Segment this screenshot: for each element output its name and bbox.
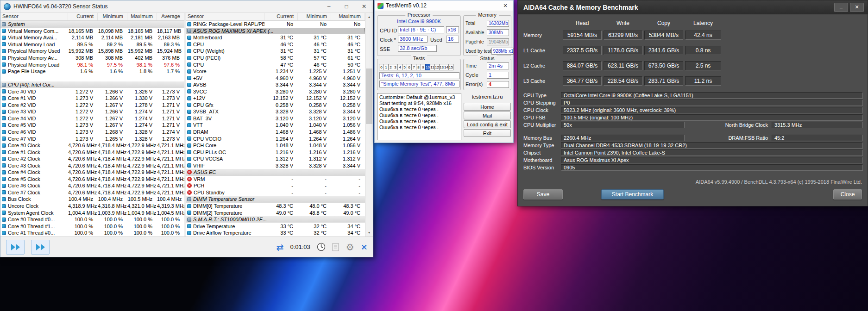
save-button[interactable]: Save [523, 189, 563, 199]
sensor-row[interactable]: Physical Memory Av...308 MB308 MB402 MB3… [0, 55, 184, 62]
sensor-row[interactable]: +5V4.960 V4.960 V4.960 V [186, 75, 365, 81]
forward-arrow-button[interactable] [31, 240, 50, 255]
sensor-row[interactable]: DIMM Temperature Sensor [186, 196, 365, 203]
sensor-row[interactable]: Drive Airflow Temperature33 °C32 °C34 °C [186, 230, 365, 236]
sensor-row[interactable]: CPU VCCIO1.264 V1.264 V1.264 V [186, 135, 365, 142]
log-textarea[interactable]: Customize: Default @1usmus_v3Start testi… [377, 93, 461, 140]
sensor-row[interactable]: S.M.A.R.T.: ST1000DM010-2E... [186, 216, 365, 223]
sensor-row[interactable]: Core #0 VID1.272 V1.266 V1.326 V1.273 V [0, 88, 184, 95]
sensor-row[interactable]: Core #5 VID1.273 V1.267 V1.274 V1.271 V [0, 122, 184, 129]
sensor-icon [187, 143, 191, 148]
sensor-row[interactable]: +12V12.152 V12.152 V12.152 V [186, 95, 365, 102]
tm5-button[interactable]: Home [464, 103, 511, 111]
sensor-row[interactable]: Core #0 Thread #1...100.0 %100.0 %100.0 … [0, 223, 184, 230]
sensor-row[interactable]: Virtual Memory Load89.5 %89.2 %89.5 %89.… [0, 41, 184, 48]
scrollbar-thumb[interactable] [366, 68, 372, 124]
close-benchmark-button[interactable]: Close [833, 189, 862, 199]
sensor-row[interactable]: Core #1 VID1.273 V1.266 V1.330 V1.273 V [0, 95, 184, 102]
sensor-row[interactable]: PCH Core1.048 V1.048 V1.056 V [186, 142, 365, 149]
sensor-row[interactable]: System Agent Clock1,004.4 MHz1,003.9 MHz… [0, 209, 184, 216]
maximize-button[interactable]: □ [338, 0, 355, 12]
sensor-row[interactable]: VTT1.040 V1.040 V1.056 V [186, 122, 365, 129]
sensor-row[interactable]: Virtual Memory Com...18,165 MB18,098 MB1… [0, 28, 184, 35]
sensor-row[interactable]: Core #2 VID1.272 V1.267 V1.278 V1.271 V [0, 102, 184, 109]
sensor-row[interactable]: Core #7 VID1.273 V1.265 V1.328 V1.273 V [0, 135, 184, 142]
sensor-row[interactable]: ✕PCH--- [186, 182, 365, 189]
settings-gear-icon[interactable]: ⚙ [346, 242, 354, 253]
sensor-row[interactable]: ✕ASUS EC [186, 169, 365, 176]
sensor-value: - [331, 183, 365, 188]
scroll-down-button[interactable]: ▼ [365, 229, 373, 236]
sensor-row[interactable]: ASUS ROG MAXIMUS XI APEX (... [186, 28, 365, 35]
sensor-row[interactable]: DIMM[0] Temperature48.3 °C48.0 °C48.3 °C [186, 203, 365, 210]
tm5-button[interactable]: Load config & exit [464, 120, 511, 128]
minimize-button[interactable]: – [834, 3, 848, 12]
minimize-button[interactable]: – [320, 0, 338, 12]
sensor-row[interactable]: Core #5 Clock4,720.6 MHz4,718.4 MHz4,722… [0, 176, 184, 183]
close-button[interactable]: ✕ [355, 0, 373, 12]
sensor-row[interactable]: VHIF3.328 V3.328 V3.344 V [186, 162, 365, 169]
website-link[interactable]: testmem.tz.ru [463, 94, 512, 100]
tm5-button[interactable]: Exit [464, 129, 511, 137]
sensor-row[interactable]: RING: Package-Level RAPL/PB...NoNoNo [186, 21, 365, 28]
sensor-row[interactable]: Core #7 Clock4,720.6 MHz4,718.4 MHz4,722… [0, 189, 184, 196]
sensor-row[interactable]: 3VCC3.280 V3.280 V3.280 V [186, 88, 365, 95]
sensor-row[interactable]: Vcore1.234 V1.225 V1.251 V [186, 68, 365, 75]
sensor-row[interactable]: CPU (Weight)31 °C31 °C31 °C [186, 48, 365, 55]
sensor-row[interactable]: Core #2 Clock4,720.6 MHz4,718.4 MHz4,722… [0, 156, 184, 162]
close-button[interactable]: ✕ [850, 3, 864, 12]
report-icon[interactable] [332, 243, 340, 251]
sensor-row[interactable]: Core #1 Clock4,720.6 MHz4,718.4 MHz4,722… [0, 149, 184, 156]
sensor-row[interactable]: CPU Gfx0.258 V0.258 V0.258 V [186, 102, 365, 109]
sensor-row[interactable]: ✕CPU Standby--- [186, 189, 365, 196]
hwinfo-titlebar[interactable]: HWiNFO64 v6.04-3720 Sensor Status – □ ✕ [0, 0, 373, 12]
close-button[interactable]: ✕ [497, 0, 513, 11]
expand-columns-button[interactable] [6, 240, 25, 255]
vertical-scrollbar[interactable]: ▲ ▼ [365, 13, 373, 236]
sensor-row[interactable]: DIMM[2] Temperature49.0 °C48.8 °C49.0 °C [186, 209, 365, 216]
sensor-row[interactable]: CPU46 °C46 °C46 °C [186, 41, 365, 48]
sensor-row[interactable]: Physical Memory Load98.1 %97.5 %98.1 %97… [0, 61, 184, 68]
testmem5-titlebar[interactable]: TestMem5 v0.12 ✕ [375, 0, 513, 11]
sensor-row[interactable]: CPU (PECI)58 °C57 °C61 °C [186, 55, 365, 62]
sensor-row[interactable]: Uncore Clock4,318.9 MHz4,316.8 MHz4,321.… [0, 203, 184, 210]
sensor-row[interactable]: Motherboard31 °C31 °C31 °C [186, 34, 365, 41]
sensor-row[interactable]: CPU47 °C46 °C50 °C [186, 61, 365, 68]
aida64-titlebar[interactable]: AIDA64 Cache & Memory Benchmark – ✕ [518, 0, 868, 14]
sensor-row[interactable]: Page File Usage1.6 %1.6 %1.8 %1.7 % [0, 68, 184, 75]
sensor-row[interactable]: Drive Temperature33 °C32 °C34 °C [186, 223, 365, 230]
scroll-up-button[interactable]: ▲ [365, 13, 373, 21]
sensor-row[interactable]: Core #0 Clock4,720.6 MHz4,718.4 MHz4,722… [0, 142, 184, 149]
sensor-row[interactable]: AVSB3.344 V3.344 V3.344 V [186, 81, 365, 88]
sensor-row[interactable] [0, 75, 184, 81]
sensor-row[interactable]: Physical Memory Used15,992 MB15,898 MB15… [0, 48, 184, 55]
sensor-row[interactable]: Core #4 VID1.272 V1.267 V1.274 V1.271 V [0, 115, 184, 122]
sensor-row[interactable]: Core #1 Thread #0...100.0 %100.0 %100.0 … [0, 230, 184, 236]
sensor-row[interactable]: DRAM1.468 V1.468 V1.486 V [186, 129, 365, 136]
sensor-row[interactable]: Core #6 VID1.273 V1.268 V1.328 V1.274 V [0, 129, 184, 136]
sensor-row[interactable]: Virtual Memory Avai...2,114 MB2,114 MB2,… [0, 34, 184, 41]
refresh-icon[interactable]: ⇄ [277, 242, 284, 252]
sensor-row[interactable]: Core #3 Clock4,720.6 MHz4,718.4 MHz4,722… [0, 162, 184, 169]
test-cell[interactable]: 15 [448, 64, 453, 70]
sensor-icon [187, 36, 191, 40]
start-benchmark-button[interactable]: Start Benchmark [601, 189, 664, 199]
sensor-row[interactable]: ✕VRM--- [186, 176, 365, 183]
sensor-row[interactable]: System [0, 21, 184, 28]
sensor-row[interactable]: Core #4 Clock4,720.6 MHz4,718.4 MHz4,722… [0, 169, 184, 176]
sensor-row[interactable]: Core #6 Clock4,720.6 MHz4,718.4 MHz4,722… [0, 182, 184, 189]
sensor-value: 4,720.6 MHz [68, 143, 98, 148]
sensor-row[interactable]: Core #0 Thread #0...100.0 %100.0 %100.0 … [0, 216, 184, 223]
sensor-label: CPU VCCSA [186, 156, 264, 162]
toolbar-close-icon[interactable]: ✕ [361, 243, 367, 252]
sensor-row[interactable]: BAT_3V3.120 V3.120 V3.120 V [186, 115, 365, 122]
sensor-row[interactable]: Bus Clock100.4 MHz100.4 MHz100.5 MHz100.… [0, 196, 184, 203]
tm5-button[interactable]: Mail [464, 112, 511, 119]
clock-icon[interactable] [317, 243, 326, 251]
sensor-row[interactable]: CPU VCCSA1.312 V1.312 V1.312 V [186, 156, 365, 162]
sensor-row[interactable]: CPU PLLs OC1.216 V1.216 V1.216 V [186, 149, 365, 156]
sensor-value: 4,720.6 MHz [68, 190, 98, 195]
sensor-row[interactable]: Core #3 VID1.272 V1.266 V1.274 V1.271 V [0, 108, 184, 115]
sensor-row[interactable]: 3VSB_ATX3.328 V3.328 V3.344 V [186, 108, 365, 115]
sensor-row[interactable]: CPU [#0]: Intel Cor... [0, 81, 184, 88]
